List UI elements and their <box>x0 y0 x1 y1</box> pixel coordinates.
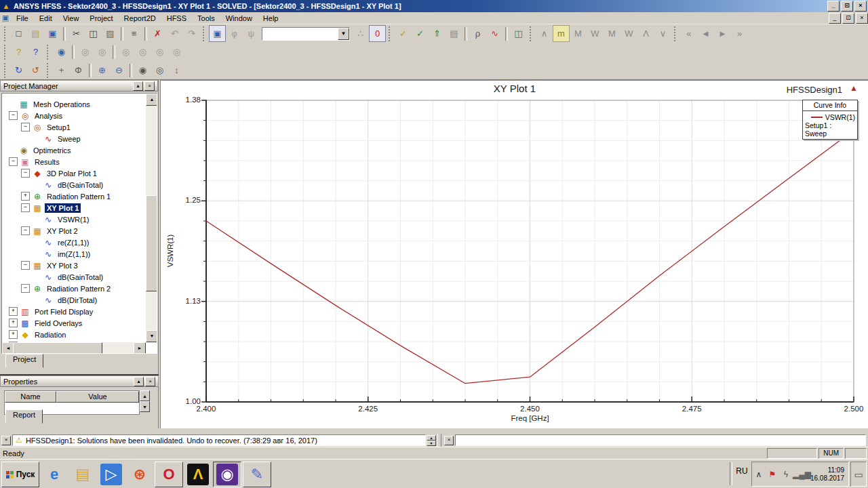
field-calculator-button[interactable]: ρ <box>469 25 486 42</box>
tab-report[interactable]: Report <box>5 409 43 424</box>
network-signal-icon[interactable]: ▂▄▆ <box>793 470 806 479</box>
panel-close-icon[interactable]: × <box>144 81 155 91</box>
child-restore-button[interactable]: ⊡ <box>842 13 854 24</box>
paint-icon[interactable]: ✎ <box>243 462 271 487</box>
collapse-icon[interactable]: − <box>9 157 18 166</box>
child-close-button[interactable]: × <box>856 13 868 24</box>
copy-image-button[interactable]: ◫ <box>510 25 527 42</box>
restore-button[interactable]: ⊡ <box>841 1 853 12</box>
analyze-all-button[interactable]: ✓ <box>412 25 429 42</box>
expand-tray-icon[interactable]: ∧ <box>752 470 766 479</box>
copy-button[interactable]: ◫ <box>85 25 102 42</box>
scroll-up-icon[interactable]: ▲ <box>146 94 157 106</box>
menu-tools[interactable]: Tools <box>192 14 220 23</box>
show-desktop-button[interactable]: ▭ <box>850 462 867 487</box>
perspective-view-button[interactable]: ψ <box>243 25 260 42</box>
toolbar-handle[interactable] <box>47 45 50 60</box>
model-view-button[interactable]: ▣ <box>209 25 226 42</box>
boundary-display-button[interactable]: 0 <box>369 25 386 42</box>
validation-check-button[interactable]: ✓ <box>395 25 412 42</box>
zoom-out-button[interactable]: ⊖ <box>111 62 127 79</box>
ie-icon[interactable]: e <box>41 462 68 487</box>
scroll-down-icon[interactable]: ▼ <box>146 330 157 342</box>
column-header-value[interactable]: Value <box>56 391 139 403</box>
expand-icon[interactable]: + <box>21 192 30 201</box>
collapse-icon[interactable]: − <box>21 284 30 293</box>
tree-item-radiation-pattern-1[interactable]: +⊕Radiation Pattern 1 <box>3 190 143 202</box>
expand-icon[interactable]: + <box>9 330 18 339</box>
results-plot-button[interactable]: ∿ <box>486 25 503 42</box>
wave-shape-button-5[interactable]: M <box>604 25 620 42</box>
column-header-name[interactable]: Name <box>5 391 56 403</box>
help-topics-button[interactable]: ? <box>10 43 27 60</box>
media-reel-icon[interactable]: ⊛ <box>126 462 153 487</box>
print-button[interactable]: ≡ <box>125 25 142 42</box>
tree-item-radiation[interactable]: +◆Radiation <box>3 329 143 340</box>
wave-shape-button-3[interactable]: M <box>570 25 587 42</box>
fit-selection-button[interactable]: ◎ <box>151 62 168 79</box>
tree-item-analysis[interactable]: −◎Analysis <box>3 110 143 121</box>
next-frame-button[interactable]: ► <box>714 25 731 42</box>
tree-item-xy-plot-1[interactable]: −▦XY Plot 1 <box>3 202 143 214</box>
toolbar-handle[interactable] <box>4 26 7 41</box>
plot-canvas[interactable] <box>161 81 868 428</box>
hide-all-button[interactable]: ◎ <box>94 43 111 60</box>
fit-all-button[interactable]: ◉ <box>134 62 151 79</box>
submit-job-button[interactable]: ⇑ <box>429 25 446 42</box>
menu-help[interactable]: Help <box>258 14 284 23</box>
tree-hscroll-thumb[interactable] <box>13 342 102 354</box>
collapse-icon[interactable]: − <box>21 261 30 270</box>
spin-down-icon[interactable]: ▾ <box>427 441 436 446</box>
tree-item-port-field-display[interactable]: +▥Port Field Display <box>3 306 143 317</box>
ortho-view-button[interactable]: φ <box>226 25 243 42</box>
tree-item-db-gaintotal[interactable]: ∿dB(GainTotal) <box>3 271 143 283</box>
progress-close-icon[interactable]: × <box>444 436 454 445</box>
toolbar-handle[interactable] <box>674 26 677 41</box>
opera-icon[interactable]: O <box>155 462 183 487</box>
explorer-icon[interactable]: ▤ <box>69 462 96 487</box>
toolbar-handle[interactable] <box>4 45 7 60</box>
chevron-down-icon[interactable]: ▼ <box>338 28 349 40</box>
wave-shape-button-7[interactable]: Λ <box>637 25 654 42</box>
spin-down-icon[interactable]: ▼ <box>140 401 150 412</box>
tree-vertical-scrollbar[interactable]: ▲ ▼ <box>146 94 157 342</box>
paste-button[interactable]: ▨ <box>102 25 119 42</box>
tree-item-xy-plot-3[interactable]: −▦XY Plot 3 <box>3 260 143 271</box>
menu-view[interactable]: View <box>58 14 85 23</box>
tree-item-radiation-pattern-2[interactable]: −⊕Radiation Pattern 2 <box>3 283 143 294</box>
menu-report2d[interactable]: Report2D <box>119 14 161 23</box>
panel-collapse-icon[interactable]: ▴ <box>134 377 144 386</box>
tree-item-setup1[interactable]: −◎Setup1 <box>3 121 143 133</box>
redo-button[interactable]: ↷ <box>183 25 200 42</box>
view-selector-combobox[interactable]: ▼ <box>262 27 350 41</box>
spin-up-icon[interactable]: ▲ <box>140 390 150 401</box>
orient-axes-button[interactable]: ↕ <box>168 62 185 79</box>
show-all-button[interactable]: ◉ <box>53 43 70 60</box>
cut-button[interactable]: ✂ <box>68 25 85 42</box>
scroll-right-icon[interactable]: ► <box>134 342 146 354</box>
toolbar-handle[interactable] <box>389 26 392 41</box>
last-frame-button[interactable]: » <box>731 25 748 42</box>
visibility-button-2[interactable]: ◎ <box>134 43 151 60</box>
collapse-icon[interactable]: − <box>21 169 30 178</box>
message-close-icon[interactable]: × <box>1 436 11 445</box>
wave-shape-button-2[interactable]: m <box>553 25 570 42</box>
new-button[interactable]: □ <box>10 25 27 42</box>
toolbar-handle[interactable] <box>47 63 50 78</box>
save-button[interactable]: ▣ <box>44 25 61 42</box>
tree-item-im-z-1-1[interactable]: ∿im(Z(1,1)) <box>3 248 143 260</box>
menu-hfss[interactable]: HFSS <box>161 14 192 23</box>
hfss-app-icon[interactable]: ◉ <box>213 462 241 487</box>
media-player-icon[interactable]: ▷ <box>98 462 125 487</box>
collapse-icon[interactable]: − <box>21 226 30 235</box>
tree-item-results[interactable]: −▣Results <box>3 156 143 167</box>
tree-item-field-overlays[interactable]: +▩Field Overlays <box>3 317 143 329</box>
menu-file[interactable]: File <box>11 14 34 23</box>
spin-up-icon[interactable]: ▴ <box>427 435 436 441</box>
clock[interactable]: 11:09 16.08.2017 <box>806 466 848 483</box>
tab-project[interactable]: Project <box>5 354 43 368</box>
language-indicator[interactable]: RU <box>734 466 750 476</box>
visibility-button-4[interactable]: ◎ <box>168 43 185 60</box>
panel-collapse-icon[interactable]: ▴ <box>133 81 143 91</box>
context-help-button[interactable]: ? <box>27 43 44 60</box>
